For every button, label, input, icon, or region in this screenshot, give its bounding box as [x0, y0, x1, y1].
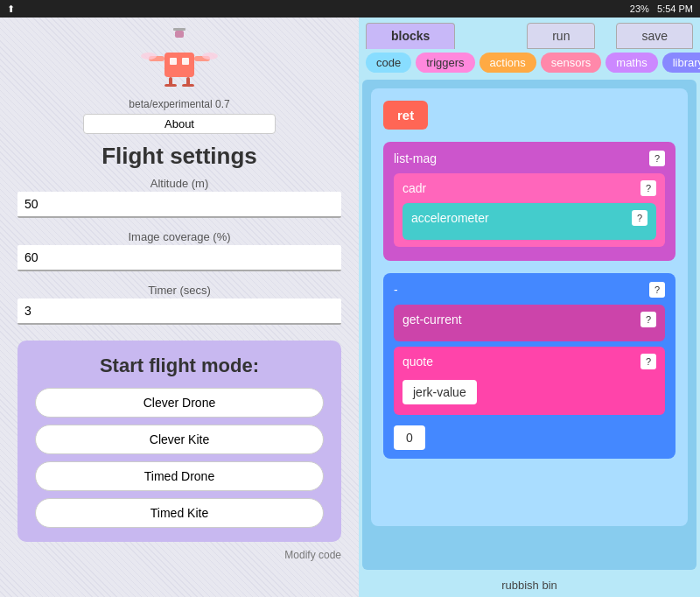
right-panel: blocks run save code triggers actions se…	[359, 18, 700, 597]
block-zero[interactable]: 0	[394, 425, 425, 450]
svg-rect-7	[170, 58, 177, 65]
timer-input[interactable]	[18, 298, 341, 325]
blocks-area: ret list-mag ? cadr ?	[362, 80, 696, 570]
modify-code-link[interactable]: Modify code	[284, 549, 341, 561]
block-minus-header: - ?	[394, 282, 665, 298]
pill-sensors[interactable]: sensors	[541, 53, 602, 73]
altitude-label: Altitude (m)	[18, 177, 341, 190]
section-title: Flight settings	[102, 143, 257, 170]
pill-maths[interactable]: maths	[606, 53, 657, 73]
coverage-input[interactable]	[18, 245, 341, 271]
status-left: ⬆	[7, 4, 15, 15]
svg-rect-8	[182, 58, 189, 65]
block-list-mag-header: list-mag ?	[394, 151, 665, 166]
version-text: beta/experimental 0.7	[129, 98, 229, 110]
svg-point-6	[202, 53, 218, 60]
inner-blocks: ret list-mag ? cadr ?	[371, 88, 688, 526]
tab-bar: blocks run save code triggers actions se…	[359, 18, 700, 76]
block-minus[interactable]: - ? get-current ? quote ?	[383, 273, 676, 459]
pill-actions[interactable]: actions	[480, 53, 536, 73]
coverage-label: Image coverage (%)	[18, 230, 341, 243]
flight-mode-box: Start flight mode: Clever Drone Clever K…	[18, 341, 341, 542]
svg-rect-12	[182, 84, 194, 87]
list-mag-question[interactable]: ?	[649, 151, 665, 166]
block-quote-header: quote ?	[402, 354, 656, 369]
svg-rect-1	[175, 31, 184, 38]
status-right: 23% 5:54 PM	[630, 4, 693, 14]
timed-drone-button[interactable]: Timed Drone	[35, 461, 324, 491]
clever-kite-button[interactable]: Clever Kite	[35, 425, 324, 454]
block-accelerometer[interactable]: accelerometer ?	[402, 203, 656, 240]
block-quote[interactable]: quote ? jerk-value	[394, 347, 665, 415]
block-get-current[interactable]: get-current ?	[394, 305, 665, 341]
accelerometer-question[interactable]: ?	[632, 210, 648, 226]
pill-code[interactable]: code	[366, 53, 411, 73]
cadr-question[interactable]: ?	[640, 180, 656, 196]
svg-rect-0	[173, 28, 186, 31]
get-current-question[interactable]: ?	[640, 312, 656, 327]
bottom-tab-row: code triggers actions sensors maths libr…	[366, 53, 693, 76]
tab-run[interactable]: run	[527, 23, 595, 49]
top-tab-row: blocks run save	[366, 23, 693, 49]
block-ret[interactable]: ret	[383, 101, 428, 130]
drone-icon	[140, 26, 219, 96]
clever-drone-button[interactable]: Clever Drone	[35, 388, 324, 418]
block-get-current-header: get-current ?	[402, 312, 656, 327]
block-jerk-value[interactable]: jerk-value	[402, 380, 477, 404]
pill-library[interactable]: library	[662, 53, 700, 73]
block-cadr-header: cadr ?	[402, 180, 656, 196]
altitude-input[interactable]	[18, 192, 341, 218]
block-cadr[interactable]: cadr ? accelerometer ?	[394, 173, 665, 247]
main-layout: beta/experimental 0.7 About Flight setti…	[0, 18, 700, 597]
minus-question[interactable]: ?	[649, 282, 665, 298]
tab-save[interactable]: save	[616, 23, 693, 49]
block-accelerometer-header: accelerometer ?	[411, 210, 648, 226]
rubbish-bin[interactable]: rubbish bin	[359, 573, 700, 597]
left-panel: beta/experimental 0.7 About Flight setti…	[0, 18, 359, 597]
tab-blocks[interactable]: blocks	[366, 23, 455, 49]
status-bar: ⬆ 23% 5:54 PM	[0, 0, 700, 18]
flight-mode-title: Start flight mode:	[35, 355, 324, 377]
timed-kite-button[interactable]: Timed Kite	[35, 498, 324, 528]
quote-question[interactable]: ?	[640, 354, 656, 369]
svg-point-5	[141, 53, 157, 60]
svg-rect-11	[164, 84, 177, 87]
block-list-mag[interactable]: list-mag ? cadr ? accelerometer	[383, 142, 676, 261]
about-button[interactable]: About	[83, 114, 276, 134]
pill-triggers[interactable]: triggers	[416, 53, 474, 73]
timer-label: Timer (secs)	[18, 284, 341, 297]
svg-rect-2	[164, 53, 194, 77]
